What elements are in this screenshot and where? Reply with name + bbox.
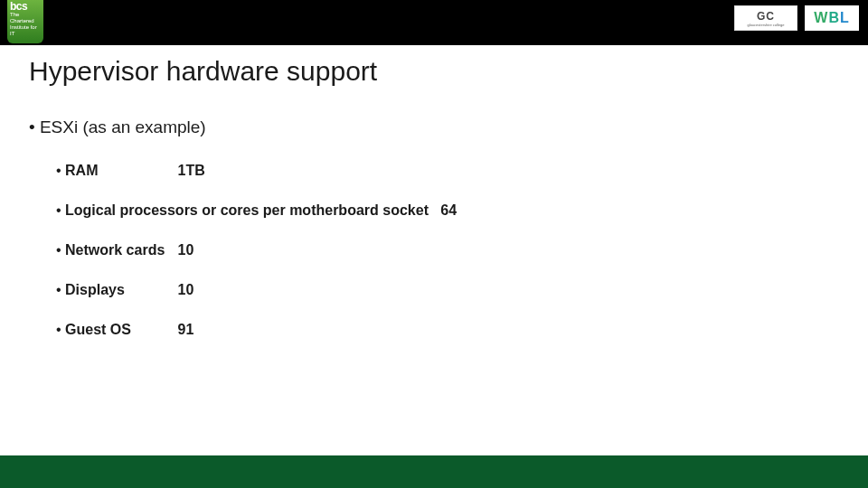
guestos-value: 91: [178, 322, 194, 338]
bcs-logo: bcs The Chartered Institute for IT: [7, 0, 43, 43]
gc-logo-subtext: gloucestershire college: [748, 23, 785, 27]
bcs-logo-text: bcs: [10, 4, 41, 10]
slide-title: Hypervisor hardware support: [29, 56, 377, 87]
network-value: 10: [178, 242, 194, 258]
displays-value: 10: [178, 282, 194, 298]
bcs-logo-subtext: The Chartered Institute for IT: [10, 12, 37, 36]
bullet-network: Network cards 10: [56, 242, 839, 258]
bullet-intro: ESXi (as an example): [29, 117, 839, 137]
bullet-displays: Displays 10: [56, 282, 839, 298]
ram-label: RAM: [65, 163, 174, 179]
intro-text: ESXi (as an example): [40, 117, 206, 136]
bottom-bar: [0, 455, 868, 488]
right-logos: GC gloucestershire college WBL: [734, 5, 859, 31]
bullet-cores: Logical processors or cores per motherbo…: [56, 202, 839, 219]
network-label: Network cards: [65, 242, 174, 258]
bullet-guestos: Guest OS 91: [56, 322, 839, 338]
guestos-label: Guest OS: [65, 322, 174, 338]
gc-logo-text: GC: [757, 10, 775, 23]
cores-value: 64: [440, 202, 457, 219]
wbl-w: W: [814, 10, 828, 26]
wbl-b: B: [828, 10, 840, 26]
wbl-logo: WBL: [805, 5, 859, 31]
ram-value: 1TB: [178, 163, 205, 179]
displays-label: Displays: [65, 282, 174, 298]
bullet-ram: RAM 1TB: [56, 163, 839, 179]
slide-body: ESXi (as an example) RAM 1TB Logical pro…: [29, 117, 839, 361]
wbl-l: L: [840, 10, 850, 26]
cores-label: Logical processors or cores per motherbo…: [65, 202, 429, 219]
top-bar: bcs The Chartered Institute for IT GC gl…: [0, 0, 868, 45]
gc-logo: GC gloucestershire college: [734, 5, 797, 31]
